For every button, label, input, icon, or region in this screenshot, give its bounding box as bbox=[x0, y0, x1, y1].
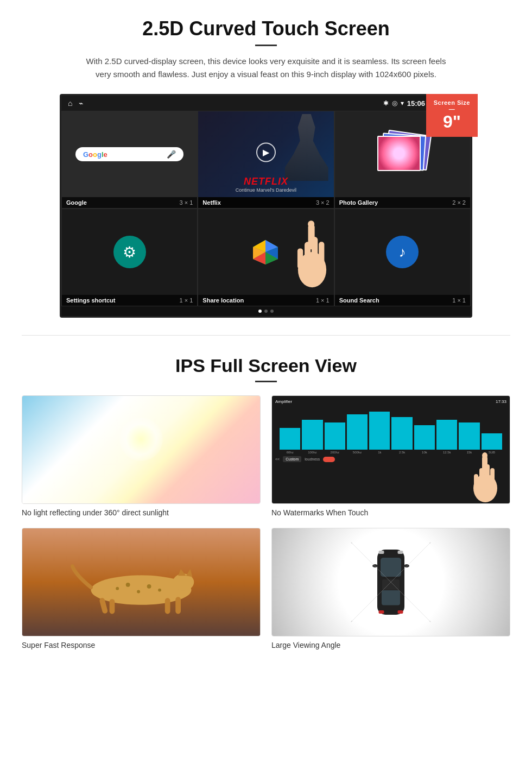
svg-point-34 bbox=[116, 587, 119, 590]
svg-point-30 bbox=[126, 583, 130, 587]
cheetah-svg bbox=[22, 528, 260, 636]
netflix-overlay: NETFLIX Continue Marvel's Daredevil bbox=[198, 172, 333, 197]
location-app-name: Share location bbox=[202, 297, 244, 304]
location-app-size: 1 × 1 bbox=[316, 297, 330, 304]
netflix-logo: NETFLIX bbox=[202, 176, 329, 187]
amp-title: Amplifier bbox=[275, 399, 292, 404]
settings-icon: ⚙ bbox=[113, 236, 146, 268]
feature-cheetah: Super Fast Response bbox=[22, 528, 261, 649]
play-button[interactable]: ▶ bbox=[256, 142, 276, 162]
loudness-toggle[interactable] bbox=[323, 457, 335, 462]
section1-description: With 2.5D curved-display screen, this de… bbox=[81, 55, 451, 81]
wifi-icon: ▾ bbox=[401, 99, 404, 107]
amp-label-1: 100hz bbox=[302, 451, 322, 454]
amp-label-0: 60hz bbox=[280, 451, 300, 454]
netflix-label-bar: Netflix 3 × 2 bbox=[198, 197, 333, 208]
car-svg bbox=[364, 528, 418, 636]
google-cell-inner: Google 🎤 bbox=[62, 111, 197, 197]
amp-bar-7 bbox=[436, 420, 457, 450]
feature-img-cheetah bbox=[22, 528, 261, 636]
svg-rect-36 bbox=[381, 558, 401, 577]
svg-rect-28 bbox=[165, 598, 170, 614]
sunlight-visual bbox=[22, 396, 260, 503]
dot-2 bbox=[264, 310, 268, 313]
sound-icon: ♪ bbox=[386, 236, 419, 268]
svg-point-33 bbox=[158, 589, 161, 592]
custom-button[interactable]: Custom bbox=[283, 456, 301, 462]
feature-img-amplifier: Amplifier 17:33 60hz100hz200hz500hz1k2.5… bbox=[271, 395, 510, 504]
screen-size-badge: Screen Size — 9" bbox=[426, 94, 478, 137]
feature-img-sunlight bbox=[22, 395, 261, 504]
status-time: 15:06 bbox=[407, 99, 425, 108]
hand-pointing bbox=[280, 209, 334, 295]
sound-app-size: 1 × 1 bbox=[452, 297, 466, 304]
amp-bar-4 bbox=[369, 412, 390, 450]
google-app-name: Google bbox=[66, 199, 87, 206]
sunlight-label: No light reflecting under 360° direct su… bbox=[22, 508, 261, 517]
svg-point-31 bbox=[137, 590, 140, 594]
android-screen: ⌂ ⌁ ✱ ◎ ▾ 15:06 ⊡ ◁) ⊠ ⬜ bbox=[60, 94, 472, 318]
mic-icon[interactable]: 🎤 bbox=[167, 150, 176, 159]
amp-label-6: 10k bbox=[414, 451, 435, 454]
svg-rect-41 bbox=[379, 551, 384, 554]
section-ips-screen: IPS Full Screen View No light reflecting… bbox=[0, 340, 532, 660]
amp-bar-1 bbox=[302, 420, 322, 450]
app-cell-location[interactable]: Share location 1 × 1 bbox=[198, 209, 334, 306]
sun-glow bbox=[119, 418, 163, 461]
feature-sunlight: No light reflecting under 360° direct su… bbox=[22, 395, 261, 517]
bluetooth-icon: ✱ bbox=[383, 99, 389, 107]
section1-title: 2.5D Curved Touch Screen bbox=[33, 17, 499, 40]
svg-rect-10 bbox=[319, 242, 324, 269]
amp-bar-8 bbox=[459, 422, 479, 450]
device-wrapper: Screen Size — 9" ⌂ ⌁ ✱ ◎ ▾ 15:06 ⊡ ◁) ⊠ bbox=[60, 94, 472, 318]
amp-label-5: 2.5k bbox=[391, 451, 412, 454]
app-cell-sound[interactable]: ♪ Sound Search 1 × 1 bbox=[334, 209, 471, 306]
svg-rect-11 bbox=[297, 248, 303, 268]
gallery-label-bar: Photo Gallery 2 × 2 bbox=[335, 197, 470, 208]
netflix-cell-inner: ▶ NETFLIX Continue Marvel's Daredevil bbox=[198, 111, 333, 197]
hand-svg bbox=[288, 214, 334, 290]
usb-icon: ⌁ bbox=[79, 99, 83, 108]
amp-bar-3 bbox=[347, 414, 368, 450]
badge-label: Screen Size bbox=[434, 99, 470, 106]
amp-label-4: 1k bbox=[369, 451, 390, 454]
section2-title: IPS Full Screen View bbox=[22, 355, 510, 376]
google-logo: Google bbox=[83, 150, 107, 159]
svg-point-40 bbox=[404, 564, 409, 567]
feature-amplifier: Amplifier 17:33 60hz100hz200hz500hz1k2.5… bbox=[271, 395, 510, 517]
svg-point-20 bbox=[482, 452, 487, 459]
amp-bar-9 bbox=[482, 433, 502, 450]
amp-bar-5 bbox=[391, 417, 412, 450]
google-app-size: 3 × 1 bbox=[180, 199, 193, 206]
home-icon[interactable]: ⌂ bbox=[68, 99, 72, 108]
amplifier-label: No Watermarks When Touch bbox=[271, 508, 510, 517]
car-visual bbox=[272, 528, 510, 636]
gallery-app-size: 2 × 2 bbox=[452, 199, 466, 206]
location-icon: ◎ bbox=[392, 99, 397, 107]
g-maps-icon bbox=[251, 237, 281, 267]
amp-label-3: 500hz bbox=[347, 451, 368, 454]
svg-rect-44 bbox=[398, 610, 403, 614]
features-grid: No light reflecting under 360° direct su… bbox=[22, 395, 510, 649]
cheetah-visual bbox=[22, 528, 260, 636]
badge-size: 9" bbox=[443, 112, 461, 131]
amp-label-2: 200hz bbox=[325, 451, 345, 454]
settings-app-name: Settings shortcut bbox=[66, 297, 115, 304]
app-cell-google[interactable]: Google 🎤 Google 3 × 1 bbox=[61, 111, 198, 209]
amp-label-7: 12.5k bbox=[436, 451, 457, 454]
google-search-bar[interactable]: Google 🎤 bbox=[75, 147, 183, 161]
loudness-label: loudness bbox=[305, 457, 320, 461]
amp-time: 17:33 bbox=[496, 399, 506, 404]
app-grid: Google 🎤 Google 3 × 1 ▶ bbox=[61, 111, 471, 306]
app-cell-netflix[interactable]: ▶ NETFLIX Continue Marvel's Daredevil Ne… bbox=[198, 111, 334, 209]
section-curved-screen: 2.5D Curved Touch Screen With 2.5D curve… bbox=[0, 0, 532, 331]
dots-indicator bbox=[61, 306, 471, 316]
feature-car: Large Viewing Angle bbox=[271, 528, 510, 649]
amp-bar-0 bbox=[280, 428, 300, 450]
app-cell-settings[interactable]: ⚙ Settings shortcut 1 × 1 bbox=[61, 209, 198, 306]
dot-1 bbox=[258, 310, 262, 313]
settings-cell-inner: ⚙ bbox=[62, 209, 197, 295]
svg-rect-38 bbox=[382, 579, 400, 590]
title-underline bbox=[255, 45, 277, 46]
amp-bar-2 bbox=[325, 422, 345, 450]
